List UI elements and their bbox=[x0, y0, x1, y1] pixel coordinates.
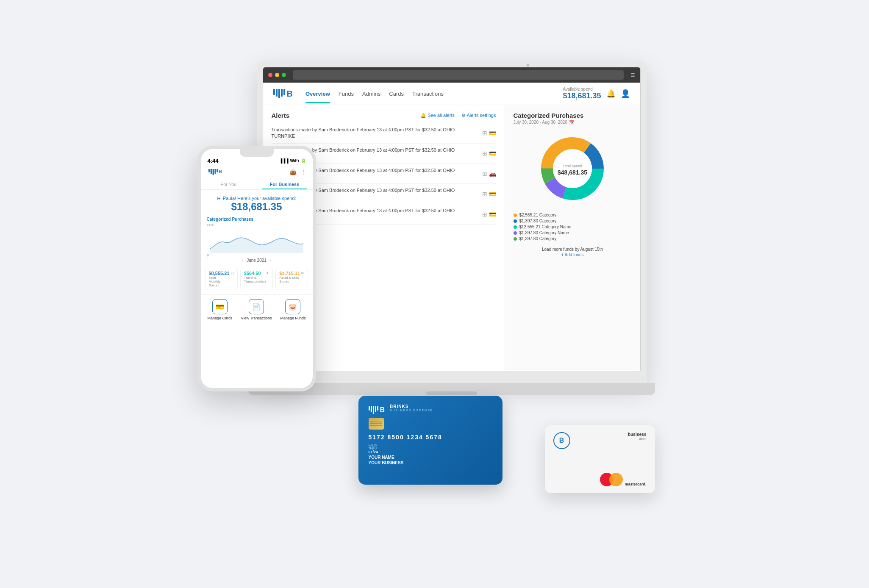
legend-dot-teal bbox=[514, 225, 517, 229]
bar1 bbox=[208, 169, 210, 172]
stat-amount-travel: $564.50 bbox=[244, 271, 266, 276]
nav-transactions[interactable]: Transactions bbox=[412, 89, 444, 99]
tab-for-you[interactable]: For You bbox=[201, 179, 257, 189]
bar5 bbox=[283, 89, 285, 95]
alert-action-icons: ⊞ 💳 bbox=[482, 191, 496, 197]
card-icon[interactable]: 💳 bbox=[489, 130, 496, 136]
mobile-chart-section: Categorized Purchases $10k $0 ‹ June 202… bbox=[201, 214, 313, 265]
laptop-screen: ≡ B Overview Funds Admin bbox=[263, 67, 641, 372]
car-icon[interactable]: 🚗 bbox=[489, 170, 496, 177]
mastercard-logo: mastercard. bbox=[600, 473, 646, 486]
stat-card-retail: $1,715.11 Retail & MiscStores ✏ bbox=[275, 268, 308, 290]
manage-cards-action[interactable]: 💳 Manage Cards bbox=[208, 299, 233, 320]
categorized-date-range: July 30, 2020 - Aug 30, 2020 📅 bbox=[514, 120, 632, 125]
card-white-text: business debit bbox=[628, 432, 646, 449]
mobile-stats: $8,555.21 TotalMonthly Spend □ $564.50 T… bbox=[201, 265, 313, 293]
categorized-purchases-title: Categorized Purchases bbox=[514, 112, 632, 119]
prev-month-button[interactable]: ‹ bbox=[242, 258, 243, 263]
copy-icon[interactable]: ⊞ bbox=[482, 130, 487, 136]
nav-admins[interactable]: Admins bbox=[362, 89, 380, 99]
alerts-header: Alerts 🔔 See all alerts ⚙ Alerts setting… bbox=[272, 112, 496, 119]
right-panel: Categorized Purchases July 30, 2020 - Au… bbox=[505, 105, 640, 370]
nav-overview[interactable]: Overview bbox=[305, 89, 330, 99]
chart-legend: $2,555.21 Category $1,397.80 Category $1… bbox=[514, 213, 632, 241]
copy-icon[interactable]: ⊞ bbox=[482, 170, 487, 177]
battery-icon: 🔋 bbox=[301, 158, 306, 163]
total-spend-label: Total spend bbox=[563, 164, 582, 168]
mobile-header-icons: 👜 ⋮ bbox=[289, 169, 307, 175]
legend-label: $1,397.80 Category bbox=[519, 219, 557, 223]
notification-bell-icon[interactable]: 🔔 bbox=[606, 89, 616, 98]
alert-text: Transactions made by Sam Broderick on Fe… bbox=[272, 127, 479, 140]
tab-for-business[interactable]: For Business bbox=[257, 179, 313, 189]
legend-item: $1,397.80 Category Name bbox=[514, 230, 632, 235]
alert-action-icons: ⊞ 🚗 bbox=[482, 170, 496, 177]
copy-icon[interactable]: ⊞ bbox=[482, 211, 487, 218]
legend-item: $2,555.21 Category bbox=[514, 213, 632, 217]
mobile-header: B 👜 ⋮ bbox=[201, 166, 313, 178]
wallet-icon[interactable]: 👜 bbox=[289, 169, 297, 175]
copy-icon[interactable]: ⊞ bbox=[482, 191, 487, 197]
bar3 bbox=[212, 169, 214, 175]
alert-action-icons: ⊞ 💳 bbox=[482, 130, 496, 136]
nav-cards[interactable]: Cards bbox=[389, 89, 404, 99]
alert-row: Transactions made by Sam Broderick on Fe… bbox=[272, 123, 496, 144]
chart-line-svg bbox=[207, 227, 307, 253]
next-month-button[interactable]: › bbox=[270, 258, 271, 263]
card-icon[interactable]: 💳 bbox=[489, 191, 496, 197]
manage-funds-action[interactable]: 🐷 Manage Funds bbox=[280, 299, 305, 320]
bar4 bbox=[214, 169, 216, 174]
card-icon[interactable]: 💳 bbox=[489, 211, 496, 218]
card-white-sublabel: debit bbox=[628, 437, 646, 441]
tablet-hint bbox=[333, 61, 723, 69]
card-icon[interactable]: 💳 bbox=[489, 150, 496, 157]
minimize-button[interactable] bbox=[275, 73, 279, 77]
legend-label: $1,397.80 Category Name bbox=[519, 230, 569, 235]
user-avatar-icon[interactable]: 👤 bbox=[621, 89, 630, 98]
add-funds-link[interactable]: + Add funds bbox=[514, 252, 632, 257]
camera bbox=[527, 64, 529, 67]
copy-icon[interactable]: ⊞ bbox=[482, 150, 487, 157]
window-controls bbox=[268, 73, 286, 77]
chart-area: $10k $0 bbox=[207, 223, 307, 257]
calendar-icon: 📅 bbox=[569, 120, 574, 125]
alerts-settings-link[interactable]: ⚙ Alerts settings bbox=[461, 113, 496, 118]
card-white-label: business bbox=[628, 432, 646, 437]
blue-card: B BRINKS BUSINESS EXPENSE 5172 8500 1234… bbox=[358, 396, 503, 485]
stat-card-monthly: $8,555.21 TotalMonthly Spend □ bbox=[205, 268, 238, 290]
manage-cards-icon: 💳 bbox=[212, 299, 228, 314]
chart-y-bot: $0 bbox=[207, 253, 211, 257]
chip-line bbox=[370, 422, 382, 422]
close-button[interactable] bbox=[268, 73, 272, 77]
b5 bbox=[377, 406, 378, 410]
donut-chart: Total spend $48,681.35 bbox=[514, 130, 632, 207]
signal-icon: ▐▐▐ bbox=[279, 158, 288, 163]
b2 bbox=[371, 406, 372, 412]
legend-dot-purple bbox=[514, 231, 517, 235]
maximize-button[interactable] bbox=[282, 73, 286, 77]
bar1 bbox=[273, 89, 275, 95]
nav-funds[interactable]: Funds bbox=[339, 89, 354, 99]
stat-label-retail: Retail & MiscStores bbox=[279, 276, 300, 283]
view-transactions-icon: 📄 bbox=[249, 299, 264, 314]
alert-action-icons: ⊞ 💳 bbox=[482, 150, 496, 157]
stat-card-travel: $564.50 Travel &Transportation ✈ bbox=[240, 268, 273, 290]
card-b-letter: B bbox=[380, 406, 385, 414]
browser-menu-icon[interactable]: ≡ bbox=[630, 71, 635, 80]
url-bar[interactable] bbox=[293, 70, 624, 80]
brinks-bars-icon bbox=[273, 89, 285, 98]
see-all-alerts-link[interactable]: 🔔 See all alerts bbox=[420, 113, 455, 118]
card-white-top: B business debit bbox=[553, 432, 647, 449]
bar4 bbox=[281, 89, 283, 97]
card-brinks-subtitle: BUSINESS EXPENSE bbox=[390, 409, 433, 412]
more-icon[interactable]: ⋮ bbox=[301, 169, 307, 175]
header-right: Available spend $18,681.35 🔔 👤 bbox=[563, 87, 630, 100]
stat-icon-travel: ✈ bbox=[266, 271, 269, 275]
app-body: Alerts 🔔 See all alerts ⚙ Alerts setting… bbox=[263, 105, 640, 370]
legend-item: $12,555.21 Category Name bbox=[514, 225, 632, 229]
brinks-logo: B bbox=[273, 89, 293, 99]
mobile-phone: 4:44 ▐▐▐ WiFi 🔋 B 👜 ⋮ For bbox=[197, 146, 316, 391]
view-transactions-action[interactable]: 📄 View Transactions bbox=[241, 299, 272, 320]
stat-amount-monthly: $8,555.21 bbox=[209, 271, 231, 276]
b3 bbox=[373, 406, 374, 414]
